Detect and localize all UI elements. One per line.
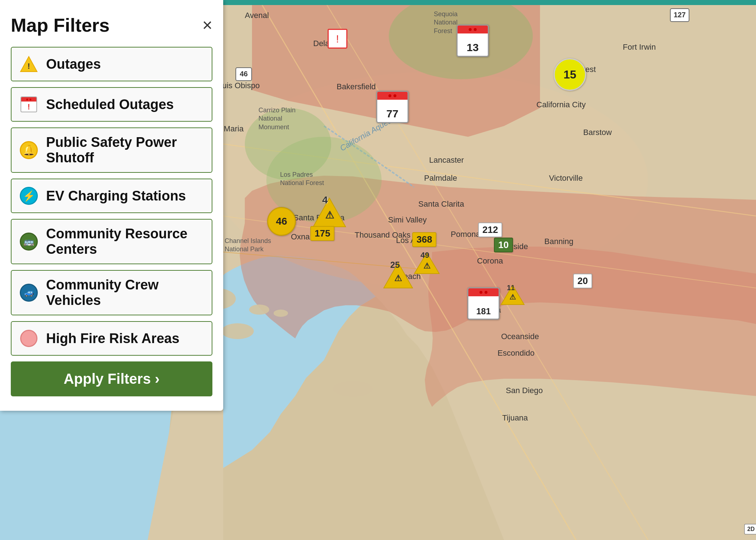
label-sandiego: San Diego bbox=[506, 386, 543, 395]
svg-text:2D: 2D bbox=[747, 526, 755, 532]
svg-text:46: 46 bbox=[240, 70, 248, 78]
label-channelislands: Channel IslandsNational Park bbox=[225, 237, 271, 254]
cluster-oxnard-warning[interactable]: ⚠ 4 bbox=[311, 196, 347, 230]
cluster-oxnard-175[interactable]: 175 bbox=[310, 226, 334, 241]
cluster-longbeach-25[interactable]: ⚠ 25 bbox=[382, 261, 414, 291]
cluster-delano-warning[interactable]: ! bbox=[328, 29, 347, 49]
label-escondido: Escondido bbox=[498, 348, 535, 358]
cluster-number: 212 bbox=[482, 224, 498, 235]
label-lancaster: Lancaster bbox=[429, 156, 464, 165]
filter-panel: Map Filters × ! Outages ! Scheduled bbox=[0, 0, 223, 411]
label-tijuana: Tijuana bbox=[502, 413, 528, 423]
top-bar bbox=[223, 0, 756, 5]
cluster-number: 368 bbox=[417, 234, 432, 245]
panel-header: Map Filters × bbox=[11, 14, 212, 36]
cluster-murieta-181[interactable]: 181 bbox=[467, 287, 500, 320]
cluster-sequoia-13[interactable]: 13 bbox=[456, 24, 489, 57]
panel-title: Map Filters bbox=[11, 14, 110, 36]
filter-scheduled-label: Scheduled Outages bbox=[46, 97, 174, 112]
filter-ev[interactable]: ⚡ EV Charging Stations bbox=[11, 179, 212, 213]
filter-crew-label: Community Crew Vehicles bbox=[46, 277, 204, 308]
filter-fire-label: High Fire Risk Areas bbox=[46, 331, 179, 346]
cluster-number: 13 bbox=[467, 41, 478, 56]
cluster-sb-212[interactable]: 212 bbox=[478, 222, 502, 237]
fire-risk-icon bbox=[19, 328, 39, 348]
label-sequoianf: SequoiaNationalForest bbox=[434, 10, 458, 35]
label-bakersfield: Bakersfield bbox=[337, 82, 376, 91]
warning-icon: ! bbox=[19, 54, 39, 74]
svg-text:⚠: ⚠ bbox=[509, 293, 516, 301]
calendar-icon: ! bbox=[19, 94, 39, 114]
svg-text:127: 127 bbox=[674, 11, 685, 19]
cluster-riverside-10[interactable]: 10 bbox=[494, 238, 513, 252]
apply-filters-label: Apply Filters › bbox=[64, 371, 160, 387]
close-button[interactable]: × bbox=[202, 17, 212, 34]
label-simivalley: Simi Valley bbox=[388, 215, 427, 225]
label-lospadres: Los PadresNational Forest bbox=[280, 171, 324, 188]
label-fortirwin: Fort Irwin bbox=[623, 42, 656, 52]
label-banning: Banning bbox=[544, 237, 573, 246]
bell-icon: 🔔 bbox=[19, 140, 39, 160]
cluster-number: 175 bbox=[315, 228, 330, 239]
cluster-number-4: 4 bbox=[322, 194, 328, 206]
cluster-number: 46 bbox=[276, 216, 287, 227]
cluster-number-49: 49 bbox=[420, 251, 429, 260]
svg-point-9 bbox=[221, 323, 254, 339]
filter-outages-label: Outages bbox=[46, 57, 101, 72]
cluster-la-49[interactable]: ⚠ 49 bbox=[413, 251, 440, 276]
apply-filters-button[interactable]: Apply Filters › bbox=[11, 361, 212, 396]
filter-psps-label: Public Safety Power Shutoff bbox=[46, 135, 204, 166]
cluster-number: 15 bbox=[563, 68, 576, 81]
label-avenal: Avenal bbox=[245, 11, 269, 20]
label-barstow: Barstow bbox=[583, 128, 612, 137]
cluster-number: 10 bbox=[498, 239, 509, 250]
svg-text:!: ! bbox=[27, 62, 30, 71]
svg-point-10 bbox=[249, 305, 269, 315]
cluster-number: 77 bbox=[386, 108, 398, 122]
cluster-number-11: 11 bbox=[507, 284, 515, 292]
svg-point-12 bbox=[333, 381, 373, 397]
svg-text:⚠: ⚠ bbox=[423, 261, 431, 270]
cluster-bakersfield-77[interactable]: 77 bbox=[376, 91, 409, 123]
bus-icon: 🚌 bbox=[19, 231, 39, 252]
label-carrizo: Carrizo PlainNationalMonument bbox=[258, 106, 296, 131]
cluster-murieta-11[interactable]: ⚠ 11 bbox=[500, 284, 526, 307]
cluster-number: 20 bbox=[577, 275, 588, 286]
label-santaclarita: Santa Clarita bbox=[418, 199, 464, 209]
cluster-cathedral-20[interactable]: 20 bbox=[573, 274, 592, 288]
filter-crc[interactable]: 🚌 Community Resource Centers bbox=[11, 219, 212, 264]
cluster-santabarbara-46[interactable]: 46 bbox=[267, 207, 296, 236]
filter-outages[interactable]: ! Outages bbox=[11, 47, 212, 81]
filter-ev-label: EV Charging Stations bbox=[46, 188, 186, 204]
label-victorville: Victorville bbox=[549, 174, 583, 183]
cluster-la-368[interactable]: 368 bbox=[412, 232, 436, 247]
label-californiacitytext: California City bbox=[536, 100, 586, 109]
filter-crc-label: Community Resource Centers bbox=[46, 226, 204, 257]
filter-fire[interactable]: High Fire Risk Areas bbox=[11, 321, 212, 356]
filter-psps[interactable]: 🔔 Public Safety Power Shutoff bbox=[11, 127, 212, 173]
label-pomona: Pomona bbox=[451, 230, 480, 239]
label-palmdale: Palmdale bbox=[424, 174, 457, 183]
svg-point-11 bbox=[274, 310, 288, 317]
truck-icon: 🚙 bbox=[19, 283, 39, 303]
filter-crew[interactable]: 🚙 Community Crew Vehicles bbox=[11, 270, 212, 315]
cluster-ridgecrest-15[interactable]: 15 bbox=[554, 58, 586, 91]
cluster-number-25: 25 bbox=[390, 260, 400, 270]
bolt-icon: ⚡ bbox=[19, 186, 39, 206]
svg-text:⚠: ⚠ bbox=[325, 210, 334, 221]
filter-scheduled-outages[interactable]: ! Scheduled Outages bbox=[11, 87, 212, 122]
label-corona: Corona bbox=[477, 256, 503, 266]
svg-text:⚠: ⚠ bbox=[394, 273, 402, 283]
label-oceanside: Oceanside bbox=[501, 332, 539, 341]
cluster-number: 181 bbox=[476, 306, 491, 319]
